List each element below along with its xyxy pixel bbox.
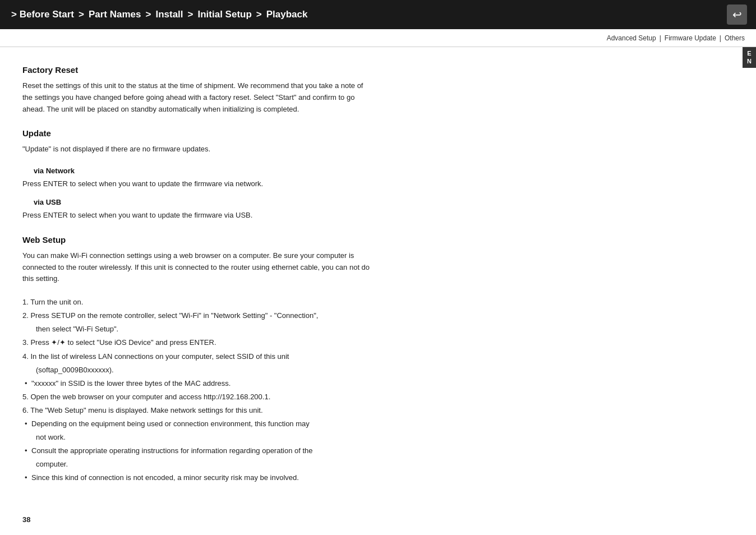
- sub-nav: Advanced Setup | Firmware Update | Other…: [0, 29, 756, 47]
- sub-nav-advanced-setup[interactable]: Advanced Setup: [607, 34, 656, 42]
- lang-line1: E: [743, 49, 756, 57]
- nav-items: > Before Start > Part Names > Install > …: [11, 9, 308, 20]
- sub-nav-sep-1: |: [660, 34, 661, 42]
- via-usb-body: Press ENTER to select when you want to u…: [22, 210, 370, 222]
- page-number: 38: [22, 515, 30, 524]
- nav-item-initial-setup[interactable]: Initial Setup: [197, 9, 251, 20]
- step-2: 2. Press SETUP on the remote controller,…: [22, 310, 370, 322]
- sub-nav-others[interactable]: Others: [725, 34, 745, 42]
- update-title: Update: [22, 128, 370, 138]
- nav-item-playback[interactable]: Playback: [266, 9, 308, 20]
- bullet-1: Depending on the equipment being used or…: [22, 418, 370, 430]
- back-button[interactable]: ↩: [727, 4, 747, 25]
- nav-sep-2: >: [145, 9, 151, 20]
- bullet-3: Since this kind of connection is not enc…: [22, 472, 370, 484]
- step-3: 3. Press ✦/✦ to select "Use iOS Device" …: [22, 336, 370, 349]
- step-1: 1. Turn the unit on.: [22, 296, 370, 308]
- lang-line2: N: [743, 57, 756, 65]
- update-section: Update "Update" is not displayed if ther…: [22, 128, 370, 221]
- update-intro: "Update" is not displayed if there are n…: [22, 144, 370, 155]
- step-4-cont: (softap_0009B0xxxxxx).: [22, 364, 370, 376]
- step-6: 6. The "Web Setup" menu is displayed. Ma…: [22, 404, 370, 417]
- nav-sep-3: >: [188, 9, 193, 20]
- bullet-1-cont: not work.: [22, 431, 370, 444]
- factory-reset-section: Factory Reset Reset the settings of this…: [22, 65, 370, 115]
- web-setup-title: Web Setup: [22, 235, 370, 245]
- web-setup-intro: You can make Wi-Fi connection settings u…: [22, 250, 370, 285]
- nav-item-before-start[interactable]: > Before Start: [11, 9, 74, 20]
- language-badge: E N: [743, 47, 756, 68]
- bullet-2: Consult the appropriate operating instru…: [22, 445, 370, 457]
- nav-item-part-names[interactable]: Part Names: [89, 9, 141, 20]
- nav-item-install[interactable]: Install: [155, 9, 183, 20]
- web-setup-section: Web Setup You can make Wi-Fi connection …: [22, 235, 370, 485]
- sub-nav-firmware-update[interactable]: Firmware Update: [665, 34, 716, 42]
- bullet-2-cont: computer.: [22, 458, 370, 471]
- via-network-title: via Network: [34, 167, 370, 175]
- main-content: Factory Reset Reset the settings of this…: [0, 47, 393, 520]
- factory-reset-title: Factory Reset: [22, 65, 370, 75]
- step-4-bullet: "xxxxxx" in SSID is the lower three byte…: [22, 377, 370, 390]
- sub-nav-sep-2: |: [720, 34, 721, 42]
- via-network-body: Press ENTER to select when you want to u…: [22, 178, 370, 190]
- nav-sep-4: >: [256, 9, 262, 20]
- factory-reset-body: Reset the settings of this unit to the s…: [22, 80, 370, 115]
- nav-sep-1: >: [79, 9, 84, 20]
- top-nav: > Before Start > Part Names > Install > …: [0, 0, 756, 29]
- step-4: 4. In the list of wireless LAN connectio…: [22, 350, 370, 363]
- via-usb-title: via USB: [34, 198, 370, 206]
- step-5: 5. Open the web browser on your computer…: [22, 391, 370, 403]
- web-setup-steps: 1. Turn the unit on. 2. Press SETUP on t…: [22, 296, 370, 484]
- back-icon: ↩: [732, 8, 742, 21]
- step-2-cont: then select "Wi-Fi Setup".: [22, 323, 370, 335]
